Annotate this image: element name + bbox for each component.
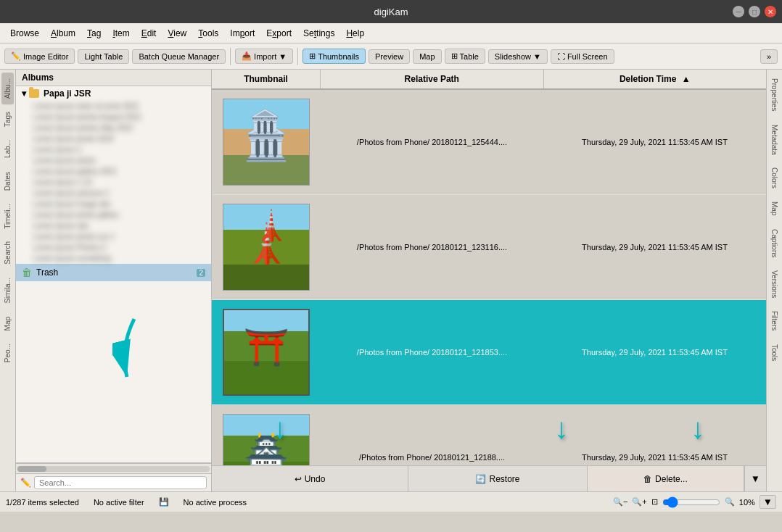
tree-root-item[interactable]: ▾ Papa ji JSR bbox=[16, 86, 211, 101]
undo-button[interactable]: ↩ Undo bbox=[212, 466, 408, 491]
thumbnails-icon: ⊞ bbox=[309, 51, 316, 61]
trash-icon: 🗑 bbox=[22, 267, 32, 278]
tab-metadata[interactable]: Metadata bbox=[768, 119, 781, 161]
tab-similarity[interactable]: Simila... bbox=[1, 272, 14, 309]
tree-item[interactable]: Lorem ipsum photos May 2022 bbox=[28, 122, 211, 133]
table-header: Thumbnail Relative Path Deletion Time ▲ bbox=[212, 70, 766, 90]
restore-icon: 🔄 bbox=[475, 474, 486, 484]
tab-dates[interactable]: Dates bbox=[1, 166, 14, 196]
window-controls: ─ □ ✕ bbox=[733, 6, 776, 17]
table-row[interactable]: ⛩️ /Photos from Phone/ 20180121_121853..… bbox=[212, 300, 766, 405]
menu-settings[interactable]: Settings bbox=[299, 27, 339, 40]
full-screen-button[interactable]: ⛶ Full Screen bbox=[551, 49, 614, 64]
tree-item[interactable]: Lorem ipsum 1 23 bbox=[28, 177, 211, 188]
table-row[interactable]: 🗼 /Photos from Phone/ 20180121_123116...… bbox=[212, 195, 766, 300]
deletion-time-cell: Thursday, 29 July, 2021 11:53:45 AM IST bbox=[543, 237, 766, 257]
left-panel: Albums ▾ Papa ji JSR Lorem ipsum dolor s… bbox=[16, 70, 212, 491]
menu-import[interactable]: Import bbox=[226, 27, 259, 40]
right-area: Thumbnail Relative Path Deletion Time ▲ … bbox=[212, 70, 766, 491]
tree-item[interactable]: Lorem ipsum photo xyz 1 bbox=[28, 231, 211, 242]
light-table-button[interactable]: Light Table bbox=[78, 49, 129, 64]
tree-item[interactable]: Lorem ipsum pictures 2 bbox=[28, 188, 211, 199]
tree-item[interactable]: Lorem ipsum 2 bbox=[28, 144, 211, 155]
tab-albums[interactable]: Albu... bbox=[1, 72, 14, 104]
album-tree: ▾ Papa ji JSR Lorem ipsum dolor sit amet… bbox=[16, 86, 211, 462]
horizontal-scrollbar[interactable] bbox=[16, 463, 211, 473]
photo-icon: 🗼 bbox=[243, 222, 290, 266]
maximize-button[interactable]: □ bbox=[749, 6, 760, 17]
tab-timeline[interactable]: Timeli... bbox=[1, 198, 14, 235]
table-button[interactable]: ⊞ Table bbox=[445, 49, 485, 64]
tab-tools[interactable]: Tools bbox=[768, 338, 781, 367]
menubar: Browse Album Tag Item Edit View Tools Im… bbox=[0, 23, 782, 43]
tab-map-right[interactable]: Map bbox=[768, 196, 781, 221]
tree-item[interactable]: Lorem ipsum photos August 2021 bbox=[28, 112, 211, 122]
photo-icon: 🏛️ bbox=[244, 121, 289, 163]
menu-edit[interactable]: Edit bbox=[137, 27, 161, 40]
menu-item[interactable]: Item bbox=[108, 27, 133, 40]
zoom-in-icon[interactable]: 🔍+ bbox=[632, 497, 646, 507]
menu-browse[interactable]: Browse bbox=[6, 27, 44, 40]
batch-queue-manager-button[interactable]: Batch Queue Manager bbox=[132, 49, 226, 64]
titlebar: digiKam ─ □ ✕ bbox=[0, 0, 782, 23]
col-relative-path: Relative Path bbox=[321, 70, 544, 88]
zoom-slider[interactable] bbox=[662, 496, 720, 508]
photo-thumbnail: 🗼 bbox=[223, 204, 310, 291]
tab-people[interactable]: Peo... bbox=[1, 338, 14, 368]
zoom-max-icon[interactable]: 🔍 bbox=[725, 497, 735, 507]
tree-item[interactable]: Lorem ipsum dolor sit amet 2021 bbox=[28, 101, 211, 112]
table-row[interactable]: 🏛️ /Photos from Phone/ 20180121_125444..… bbox=[212, 90, 766, 195]
close-button[interactable]: ✕ bbox=[765, 6, 776, 17]
tree-item[interactable]: Lorem ipsum Photos 2 bbox=[28, 242, 211, 253]
tree-item[interactable]: Lorem ipsum photo 2019 bbox=[28, 133, 211, 144]
tab-colors[interactable]: Colors bbox=[768, 162, 781, 194]
tab-versions[interactable]: Versions bbox=[768, 265, 781, 304]
import-dropdown-arrow: ▼ bbox=[279, 52, 287, 61]
main-container: Albu... Tags Lab... Dates Timeli... Sear… bbox=[0, 70, 782, 491]
tab-labels[interactable]: Lab... bbox=[1, 134, 14, 164]
thumbnails-button[interactable]: ⊞ Thumbnails bbox=[302, 49, 366, 64]
col-thumbnail: Thumbnail bbox=[212, 70, 321, 88]
filter-status: No active filter bbox=[94, 498, 144, 507]
bottom-toolbar: ↩ Undo 🔄 Restore 🗑 Delete... ▼ bbox=[212, 465, 766, 491]
map-button[interactable]: Map bbox=[413, 49, 441, 64]
menu-tools[interactable]: Tools bbox=[194, 27, 223, 40]
menu-tag[interactable]: Tag bbox=[83, 27, 105, 40]
table-row[interactable]: 🏯 /Photos from Ph​one/ 20180121_12188...… bbox=[212, 405, 766, 465]
tree-item[interactable]: Lorem ipsum image abc bbox=[28, 199, 211, 209]
menu-album[interactable]: Album bbox=[46, 27, 80, 40]
zoom-dropdown[interactable]: ▼ bbox=[760, 495, 776, 509]
tree-item[interactable]: Lorem ipsum gallery 2021 bbox=[28, 166, 211, 177]
sort-icon: ▲ bbox=[682, 74, 691, 84]
tab-tags[interactable]: Tags bbox=[1, 106, 14, 133]
tab-captions[interactable]: Captions bbox=[768, 223, 781, 263]
import-button[interactable]: 📥 Import ▼ bbox=[235, 49, 293, 64]
zoom-out-icon[interactable]: 🔍− bbox=[613, 497, 627, 507]
deletion-time-cell: Thursday, 29 July, 2021 11:53:45 AM IST bbox=[543, 447, 766, 465]
menu-view[interactable]: View bbox=[163, 27, 191, 40]
minimize-button[interactable]: ─ bbox=[733, 6, 744, 17]
tab-filters[interactable]: Filters bbox=[768, 305, 781, 336]
tab-search[interactable]: Search bbox=[1, 236, 14, 270]
zoom-fit-icon[interactable]: ⊡ bbox=[651, 497, 658, 507]
delete-icon: 🗑 bbox=[643, 474, 652, 484]
menu-help[interactable]: Help bbox=[342, 27, 369, 40]
col-deletion-time: Deletion Time ▲ bbox=[544, 70, 767, 88]
more-button[interactable]: » bbox=[760, 49, 778, 64]
tab-properties[interactable]: Properties bbox=[768, 72, 781, 117]
tree-item[interactable]: Lorem ipsum photo bbox=[28, 155, 211, 166]
tree-item[interactable]: Lorem ipsum abc bbox=[28, 220, 211, 231]
tree-item[interactable]: Lorem ipsum something bbox=[28, 253, 211, 264]
delete-button[interactable]: 🗑 Delete... bbox=[588, 466, 744, 491]
restore-button[interactable]: 🔄 Restore bbox=[408, 466, 587, 491]
slideshow-button[interactable]: Slideshow ▼ bbox=[488, 49, 548, 64]
trash-item[interactable]: 🗑 Trash 2 bbox=[16, 264, 211, 281]
image-editor-button[interactable]: ✏️ Image Editor bbox=[4, 49, 75, 64]
tab-map[interactable]: Map bbox=[1, 311, 14, 336]
search-input[interactable] bbox=[34, 476, 207, 489]
tree-item[interactable]: Lorem ipsum photo gallery bbox=[28, 209, 211, 220]
photo-thumbnail: 🏯 bbox=[223, 414, 310, 465]
menu-export[interactable]: Export bbox=[262, 27, 296, 40]
delete-dropdown-button[interactable]: ▼ bbox=[744, 466, 766, 491]
preview-button[interactable]: Preview bbox=[369, 49, 410, 64]
